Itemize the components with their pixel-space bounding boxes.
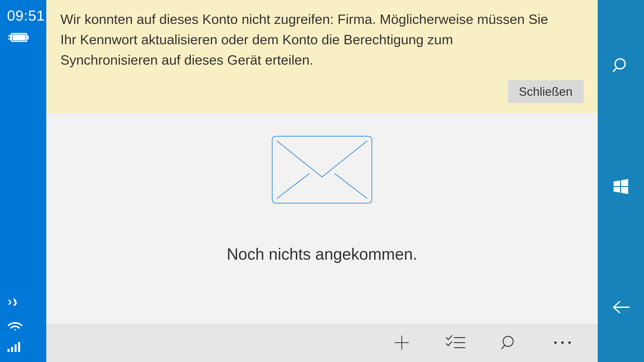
windows-start-icon [613,178,629,196]
empty-state-label: Noch nichts angekommen. [227,245,417,263]
app-viewport: 09:51 [0,0,644,362]
svg-line-26 [502,345,505,349]
plus-icon [393,334,411,352]
svg-line-17 [332,141,367,169]
svg-point-28 [561,341,564,344]
svg-rect-6 [15,344,17,352]
nav-start-button[interactable] [598,172,644,202]
account-error-banner: Wir konnten auf dieses Konto nicht zugre… [46,0,598,113]
status-clock: 09:51 [7,7,41,24]
svg-rect-7 [18,342,20,352]
nav-search-button[interactable] [598,50,644,81]
svg-point-29 [568,341,571,344]
svg-marker-13 [621,187,628,194]
banner-message: Wir konnten auf dieses Konto nicht zugre… [60,9,553,70]
svg-rect-15 [272,136,372,203]
compose-button[interactable] [393,334,411,352]
status-bar: 09:51 [0,0,46,362]
wifi-icon [7,318,23,332]
vibrate-icon [7,298,22,310]
svg-point-8 [615,59,625,69]
svg-marker-11 [621,179,628,186]
svg-point-25 [503,336,513,346]
cellular-signal-icon [7,340,23,353]
search-icon [501,334,517,352]
select-button[interactable] [446,335,465,351]
svg-line-19 [335,173,367,199]
command-bar [46,324,598,362]
more-button[interactable] [552,340,573,347]
banner-close-button[interactable]: Schließen [508,80,584,103]
svg-marker-12 [614,187,620,193]
svg-line-18 [277,173,309,199]
search-icon [612,56,630,75]
back-arrow-icon [611,300,631,316]
svg-line-16 [277,141,312,169]
battery-charging-icon [7,31,41,45]
svg-rect-1 [27,35,29,39]
svg-point-3 [14,329,16,331]
appbar-divider [46,324,598,324]
app-content: Wir konnten auf dieses Konto nicht zugre… [46,0,598,362]
svg-rect-4 [8,349,10,352]
system-nav-bar [598,0,644,362]
envelope-icon [272,136,372,205]
svg-line-9 [613,68,617,72]
svg-marker-10 [614,180,620,186]
checklist-icon [446,335,465,351]
nav-back-button[interactable] [598,294,644,322]
svg-rect-2 [13,34,26,40]
svg-point-27 [554,341,557,344]
svg-rect-5 [11,347,13,352]
search-button[interactable] [501,334,517,352]
inbox-empty-state: Noch nichts angekommen. [46,113,598,324]
ellipsis-icon [552,340,573,347]
